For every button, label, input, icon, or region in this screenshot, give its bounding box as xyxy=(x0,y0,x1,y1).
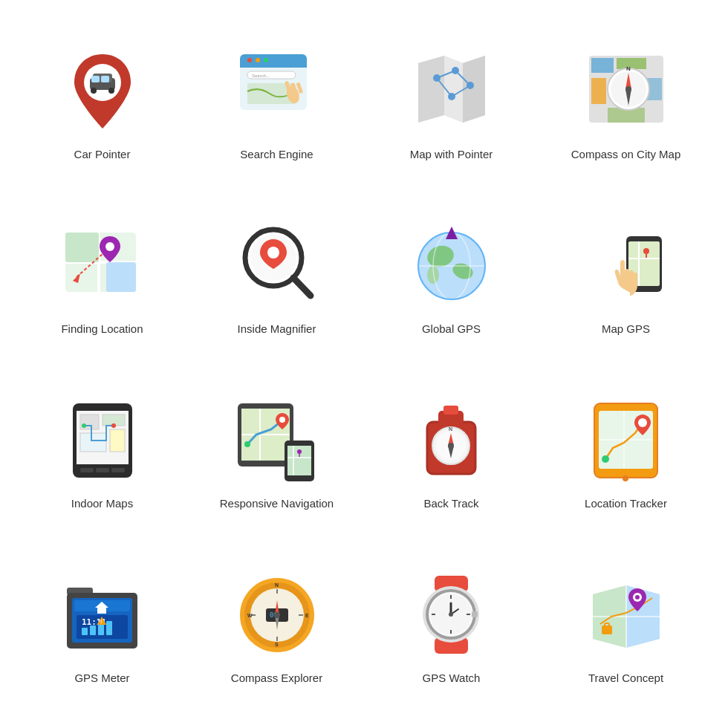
svg-point-51 xyxy=(105,242,114,251)
cell-map-gps[interactable]: Map GPS xyxy=(539,189,713,364)
svg-rect-80 xyxy=(80,468,94,472)
cell-map-with-pointer[interactable]: Map with Pointer xyxy=(364,15,539,189)
svg-point-55 xyxy=(267,247,279,259)
svg-rect-35 xyxy=(591,78,606,104)
svg-point-4 xyxy=(108,88,114,94)
svg-text:N: N xyxy=(626,65,631,72)
svg-rect-48 xyxy=(65,233,99,262)
svg-rect-125 xyxy=(90,625,96,635)
icon-indoor-maps xyxy=(54,392,151,489)
svg-point-42 xyxy=(625,86,631,92)
cell-compass-explorer[interactable]: N S W E 00 Compass Explorer xyxy=(189,539,364,713)
label-gps-meter: GPS Meter xyxy=(74,671,129,686)
icon-search-engine: Search... xyxy=(229,43,325,140)
svg-rect-81 xyxy=(96,468,109,472)
svg-rect-47 xyxy=(106,262,136,292)
cell-gps-meter[interactable]: 11:11 ! GPS Meter xyxy=(15,539,189,713)
cell-location-tracker[interactable]: Location Tracker xyxy=(539,364,713,539)
svg-text:E: E xyxy=(305,613,309,618)
svg-point-90 xyxy=(279,417,285,423)
icon-finding-location xyxy=(54,218,151,314)
svg-point-3 xyxy=(91,88,97,94)
svg-marker-23 xyxy=(463,56,485,123)
cell-compass-on-city-map[interactable]: N Compass on City Map xyxy=(539,15,713,189)
svg-point-115 xyxy=(623,475,628,481)
svg-point-12 xyxy=(264,58,268,62)
cell-finding-location[interactable]: Finding Location xyxy=(15,189,189,364)
icon-car-pointer xyxy=(54,43,151,140)
cell-global-gps[interactable]: Global GPS xyxy=(364,189,539,364)
icon-map-gps xyxy=(578,218,675,314)
icon-compass-on-city-map: N xyxy=(578,43,675,140)
label-travel-concept: Travel Concept xyxy=(588,671,663,686)
cell-inside-magnifier[interactable]: Inside Magnifier xyxy=(189,189,364,364)
svg-point-69 xyxy=(643,248,649,254)
label-responsive-navigation: Responsive Navigation xyxy=(220,496,334,511)
svg-point-89 xyxy=(244,441,250,447)
svg-text:!: ! xyxy=(100,619,102,624)
svg-text:W: W xyxy=(247,613,253,618)
cell-back-track[interactable]: N Back Track xyxy=(364,364,539,539)
svg-point-145 xyxy=(274,612,280,618)
icon-travel-concept xyxy=(578,567,675,663)
icon-gps-meter: 11:11 ! xyxy=(54,567,151,663)
svg-rect-9 xyxy=(240,62,307,68)
svg-rect-82 xyxy=(111,468,125,472)
svg-point-79 xyxy=(111,423,116,428)
svg-rect-121 xyxy=(97,608,106,614)
cell-travel-concept[interactable]: Travel Concept xyxy=(539,539,713,713)
icon-back-track: N xyxy=(403,392,500,489)
icon-grid: Car Pointer Search... xyxy=(0,0,728,728)
icon-responsive-navigation xyxy=(229,392,325,489)
svg-rect-34 xyxy=(617,58,646,69)
icon-gps-watch xyxy=(403,567,500,663)
icon-global-gps xyxy=(403,218,500,314)
cell-search-engine[interactable]: Search... Search Engine xyxy=(189,15,364,189)
svg-rect-127 xyxy=(106,621,112,635)
icon-compass-explorer: N S W E 00 xyxy=(229,567,325,663)
svg-point-11 xyxy=(256,58,260,62)
svg-point-95 xyxy=(297,449,302,454)
svg-rect-76 xyxy=(80,433,106,452)
svg-text:N: N xyxy=(275,582,279,588)
label-map-with-pointer: Map with Pointer xyxy=(410,147,493,162)
svg-rect-105 xyxy=(443,406,458,415)
svg-rect-77 xyxy=(110,429,125,452)
label-car-pointer: Car Pointer xyxy=(74,147,131,162)
label-map-gps: Map GPS xyxy=(602,322,650,337)
icon-inside-magnifier xyxy=(229,218,325,314)
svg-point-103 xyxy=(448,443,454,449)
svg-point-10 xyxy=(247,58,252,62)
svg-marker-21 xyxy=(418,56,444,123)
icon-map-with-pointer xyxy=(403,43,500,140)
svg-point-114 xyxy=(638,418,647,427)
label-compass-explorer: Compass Explorer xyxy=(231,671,322,686)
label-inside-magnifier: Inside Magnifier xyxy=(238,322,316,337)
svg-rect-33 xyxy=(591,58,614,73)
cell-car-pointer[interactable]: Car Pointer xyxy=(15,15,189,189)
svg-text:Search...: Search... xyxy=(252,74,270,78)
cell-gps-watch[interactable]: GPS Watch xyxy=(364,539,539,713)
svg-rect-6 xyxy=(101,76,109,82)
svg-rect-126 xyxy=(98,623,104,635)
label-back-track: Back Track xyxy=(423,496,478,511)
svg-point-158 xyxy=(449,612,453,617)
svg-marker-22 xyxy=(444,56,463,123)
cell-responsive-navigation[interactable]: Responsive Navigation xyxy=(189,364,364,539)
svg-rect-5 xyxy=(91,76,100,82)
svg-rect-159 xyxy=(472,611,478,617)
icon-location-tracker xyxy=(578,392,675,489)
label-global-gps: Global GPS xyxy=(422,322,481,337)
svg-text:N: N xyxy=(449,426,452,432)
label-gps-watch: GPS Watch xyxy=(423,671,481,686)
cell-indoor-maps[interactable]: Indoor Maps xyxy=(15,364,189,539)
label-compass-on-city-map: Compass on City Map xyxy=(571,147,681,162)
svg-line-54 xyxy=(293,278,311,296)
label-location-tracker: Location Tracker xyxy=(585,496,667,511)
svg-text:S: S xyxy=(275,642,279,647)
svg-point-78 xyxy=(82,423,86,428)
label-indoor-maps: Indoor Maps xyxy=(71,496,133,511)
label-finding-location: Finding Location xyxy=(61,322,143,337)
svg-rect-124 xyxy=(82,628,88,635)
svg-point-113 xyxy=(602,455,609,463)
